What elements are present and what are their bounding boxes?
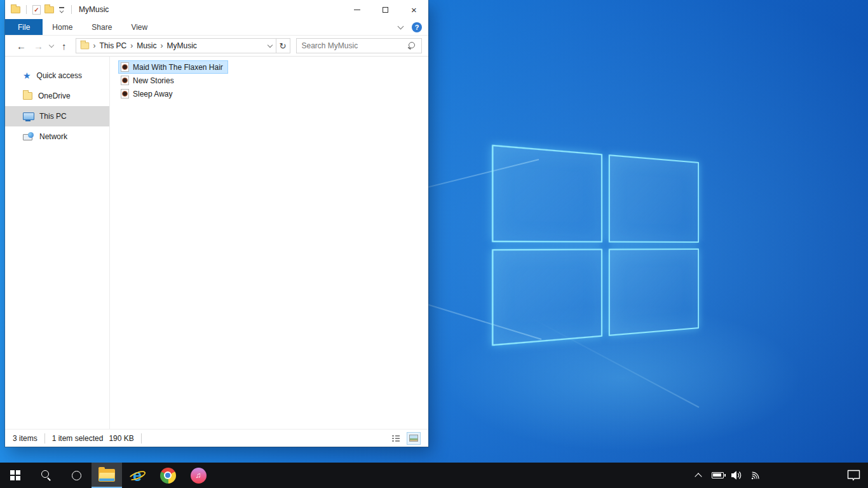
file-name: Sleep Away — [133, 90, 173, 98]
back-button[interactable]: ← — [13, 41, 30, 51]
cortana-circle-icon — [72, 471, 81, 480]
up-button[interactable]: ↑ — [58, 41, 71, 51]
selection-count: 1 item selected — [52, 434, 104, 443]
search-box[interactable] — [296, 38, 423, 53]
internet-explorer-button[interactable]: e — [122, 463, 153, 488]
tab-file[interactable]: File — [5, 19, 43, 35]
wifi-icon — [750, 470, 761, 480]
title-bar[interactable]: ✓ MyMusic × — [5, 0, 428, 19]
window-controls: × — [342, 0, 428, 19]
separator — [71, 5, 72, 14]
start-button[interactable] — [0, 463, 31, 488]
windows-logo-pane — [608, 154, 699, 243]
minimize-button[interactable] — [342, 0, 371, 19]
tab-view[interactable]: View — [121, 19, 157, 35]
check-glyph: ✓ — [34, 6, 39, 13]
separator — [141, 433, 142, 444]
chrome-button[interactable] — [153, 463, 183, 488]
quick-access-toolbar: ✓ — [11, 5, 74, 15]
breadcrumb-this-pc[interactable]: This PC — [100, 41, 127, 50]
close-button[interactable]: × — [400, 0, 428, 19]
windows-logo-pane — [492, 145, 602, 242]
breadcrumb-separator: › — [130, 41, 133, 50]
breadcrumb-separator: › — [93, 41, 96, 50]
hidden-icons-button[interactable] — [690, 463, 707, 488]
explorer-content: ★ Quick access OneDrive This PC Network — [5, 57, 428, 429]
breadcrumb-mymusic[interactable]: MyMusic — [167, 41, 197, 50]
battery-button[interactable] — [709, 463, 726, 488]
onedrive-folder-icon — [23, 92, 32, 100]
file-name: Maid With The Flaxen Hair — [133, 63, 223, 72]
taskbar-file-explorer-button[interactable] — [92, 463, 122, 488]
itunes-button[interactable]: ♫ — [183, 463, 214, 488]
minimize-ribbon-icon[interactable] — [398, 23, 404, 29]
selection-size: 190 KB — [109, 434, 133, 443]
search-icon[interactable] — [407, 41, 416, 50]
windows-start-icon — [10, 470, 20, 480]
tab-home[interactable]: Home — [43, 19, 82, 35]
thumbnails-view-button[interactable] — [407, 432, 421, 445]
close-icon: × — [411, 5, 417, 15]
details-view-button[interactable] — [389, 432, 403, 445]
details-view-icon — [392, 435, 400, 442]
chevron-up-icon — [695, 473, 702, 480]
properties-check-icon[interactable]: ✓ — [32, 5, 41, 15]
sidebar-item-quick-access[interactable]: ★ Quick access — [5, 65, 109, 86]
file-item-sleep-away[interactable]: Sleep Away — [118, 87, 178, 100]
volume-icon — [731, 470, 743, 480]
sidebar-item-this-pc[interactable]: This PC — [5, 106, 109, 126]
window-title: MyMusic — [79, 5, 109, 14]
new-folder-icon[interactable] — [44, 6, 54, 13]
windows-logo — [492, 145, 699, 346]
action-center-button[interactable] — [839, 463, 868, 488]
wifi-button[interactable] — [747, 463, 764, 488]
file-item-new-stories[interactable]: New Stories — [118, 74, 179, 87]
search-input[interactable] — [302, 41, 408, 50]
itunes-icon: ♫ — [191, 468, 207, 484]
view-toggles — [389, 432, 421, 445]
items-count: 3 items — [13, 434, 37, 443]
cortana-button[interactable] — [61, 463, 92, 488]
sidebar-item-label: Network — [39, 132, 67, 141]
music-note-glyph: ♫ — [196, 471, 201, 480]
sidebar-item-label: OneDrive — [38, 92, 71, 100]
audio-file-icon — [121, 62, 129, 72]
separator — [26, 5, 27, 14]
minimize-icon — [354, 10, 360, 10]
breadcrumb-music[interactable]: Music — [137, 41, 156, 50]
window-folder-icon — [11, 6, 20, 13]
customize-qat-dropdown-icon[interactable] — [58, 6, 65, 13]
network-icon — [23, 132, 34, 141]
maximize-button[interactable] — [371, 0, 400, 19]
desktop: ✓ MyMusic × File Home Share View ? ← — [0, 0, 868, 488]
audio-file-icon — [121, 89, 129, 98]
volume-button[interactable] — [728, 463, 745, 488]
address-bar[interactable]: › This PC › Music › MyMusic — [76, 38, 276, 53]
system-tray — [690, 463, 764, 488]
recent-locations-dropdown-icon[interactable] — [49, 43, 54, 48]
file-item-maid-with-the-flaxen-hair[interactable]: Maid With The Flaxen Hair — [118, 60, 228, 74]
file-explorer-icon — [98, 469, 115, 482]
sidebar-item-network[interactable]: Network — [5, 126, 109, 147]
help-icon[interactable]: ? — [412, 22, 422, 32]
taskbar-search-button[interactable] — [31, 463, 61, 488]
thumbnails-view-icon — [409, 435, 418, 442]
status-bar: 3 items 1 item selected 190 KB — [5, 429, 428, 447]
sidebar-item-label: Quick access — [37, 71, 82, 80]
windows-logo-pane — [492, 248, 602, 346]
audio-file-icon — [121, 76, 129, 85]
search-icon — [40, 470, 51, 481]
forward-button[interactable]: → — [30, 41, 47, 51]
action-center-icon — [847, 470, 860, 481]
ribbon-tabs: File Home Share View ? — [5, 19, 428, 36]
separator — [44, 433, 45, 444]
address-dropdown-icon[interactable] — [267, 43, 272, 48]
maximize-icon — [383, 7, 388, 13]
tab-share[interactable]: Share — [82, 19, 121, 35]
sidebar-item-onedrive[interactable]: OneDrive — [5, 86, 109, 106]
windows-logo-pane — [608, 248, 699, 337]
file-list: Maid With The Flaxen Hair New Stories Sl… — [110, 57, 428, 429]
sidebar-item-label: This PC — [39, 112, 67, 121]
refresh-button[interactable]: ↻ — [276, 38, 290, 53]
breadcrumb-separator: › — [161, 41, 163, 50]
